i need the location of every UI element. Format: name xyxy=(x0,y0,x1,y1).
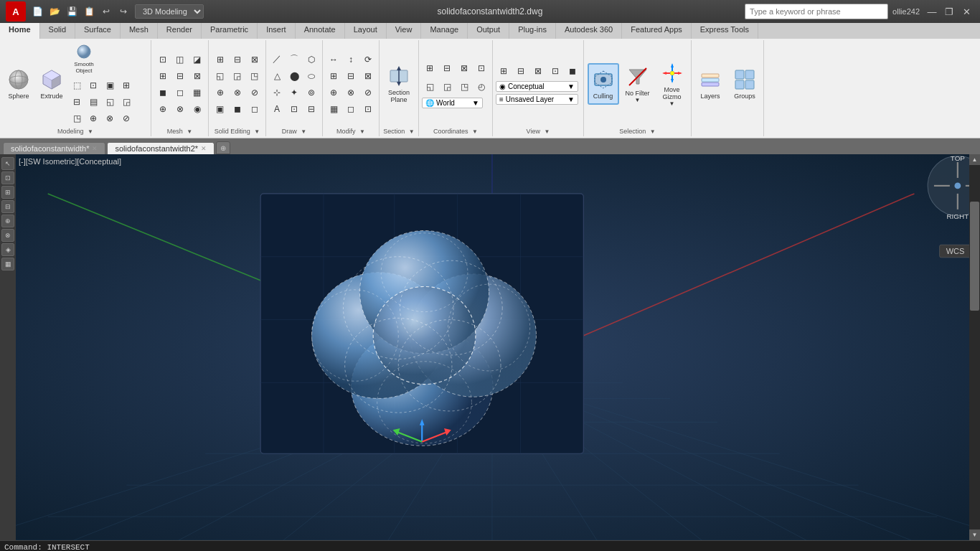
scroll-track[interactable] xyxy=(969,165,980,529)
lt-btn-4[interactable]: ⊟ xyxy=(1,200,14,213)
coord-btn-6[interactable]: ◲ xyxy=(439,79,455,95)
mesh-btn-5[interactable]: ⊟ xyxy=(172,68,188,84)
tab-autodesk360[interactable]: Autodesk 360 xyxy=(556,23,622,39)
lt-btn-7[interactable]: ◈ xyxy=(1,243,14,256)
draw-btn-1[interactable]: ／ xyxy=(269,52,285,67)
tab-mesh[interactable]: Mesh xyxy=(121,23,158,39)
coord-btn-4[interactable]: ⊡ xyxy=(473,60,489,76)
mesh-btn-12[interactable]: ◉ xyxy=(189,101,205,117)
small-btn-8[interactable]: ◲ xyxy=(118,94,134,110)
mesh-btn-7[interactable]: ◼ xyxy=(155,85,171,100)
qa-undo[interactable]: ↩ xyxy=(99,4,113,19)
smooth-object-button[interactable]: Smooth Object xyxy=(69,42,99,76)
draw-btn-9[interactable]: ⊚ xyxy=(303,85,319,100)
scroll-thumb[interactable] xyxy=(970,202,979,311)
qa-new[interactable]: 📄 xyxy=(30,4,44,19)
draw-btn-12[interactable]: ⊟ xyxy=(303,101,319,117)
section-plane-button[interactable]: SectionPlane xyxy=(383,62,415,105)
small-btn-6[interactable]: ▤ xyxy=(85,94,101,110)
view-btn-5[interactable]: ◼ xyxy=(565,63,580,79)
sphere-button[interactable]: Sphere xyxy=(3,63,34,105)
layers-button[interactable]: Layers xyxy=(694,63,726,105)
mesh-btn-9[interactable]: ▦ xyxy=(189,85,205,100)
coord-btn-5[interactable]: ◱ xyxy=(422,79,438,95)
mesh-btn-1[interactable]: ⊡ xyxy=(155,52,171,67)
draw-btn-3[interactable]: ⬡ xyxy=(303,52,319,67)
se-btn-11[interactable]: ◼ xyxy=(230,101,245,117)
mod-btn-7[interactable]: ⊕ xyxy=(326,85,341,100)
doc-tab-2-close[interactable]: ✕ xyxy=(201,145,207,152)
small-btn-4[interactable]: ⊞ xyxy=(118,77,134,93)
view-btn-4[interactable]: ⊡ xyxy=(547,63,563,79)
se-btn-12[interactable]: ◻ xyxy=(247,101,263,117)
tab-plugins[interactable]: Plug-ins xyxy=(509,23,556,39)
doc-tab-1-close[interactable]: ✕ xyxy=(92,145,98,152)
right-scrollbar[interactable]: ▲ ▼ xyxy=(969,154,980,540)
se-btn-10[interactable]: ▣ xyxy=(212,101,228,117)
se-btn-3[interactable]: ⊠ xyxy=(247,52,263,67)
small-btn-1[interactable]: ⬚ xyxy=(69,77,85,93)
mesh-btn-11[interactable]: ⊗ xyxy=(172,101,188,117)
world-dropdown[interactable]: 🌐 World ▼ xyxy=(422,98,483,108)
lt-btn-2[interactable]: ⊡ xyxy=(1,171,14,184)
se-btn-9[interactable]: ⊘ xyxy=(247,85,263,100)
mod-btn-4[interactable]: ⊞ xyxy=(326,68,341,84)
coord-btn-3[interactable]: ⊠ xyxy=(456,60,472,76)
extrude-button[interactable]: Extrude xyxy=(36,63,67,105)
tab-render[interactable]: Render xyxy=(158,23,202,39)
se-btn-2[interactable]: ⊟ xyxy=(230,52,245,67)
view-btn-1[interactable]: ⊞ xyxy=(496,63,512,79)
se-btn-8[interactable]: ⊗ xyxy=(230,85,245,100)
lt-btn-5[interactable]: ⊕ xyxy=(1,215,14,227)
small-btn-11[interactable]: ⊗ xyxy=(102,110,118,126)
tab-home[interactable]: Home xyxy=(0,23,40,39)
workspace-selector[interactable]: 3D Modeling xyxy=(135,4,204,19)
small-btn-5[interactable]: ⊟ xyxy=(69,94,85,110)
qa-save[interactable]: 💾 xyxy=(65,4,79,19)
tab-annotate[interactable]: Annotate xyxy=(296,23,345,39)
mod-btn-5[interactable]: ⊟ xyxy=(343,68,359,84)
search-input[interactable] xyxy=(745,4,888,19)
autocad-logo[interactable]: A xyxy=(6,1,26,22)
qa-redo[interactable]: ↪ xyxy=(116,4,131,19)
small-btn-10[interactable]: ⊕ xyxy=(85,110,101,126)
mesh-btn-10[interactable]: ⊕ xyxy=(155,101,171,117)
tab-insert[interactable]: Insert xyxy=(258,23,296,39)
lt-btn-6[interactable]: ⊗ xyxy=(1,229,14,242)
mod-btn-2[interactable]: ↕ xyxy=(343,52,359,67)
view-btn-3[interactable]: ⊠ xyxy=(530,63,546,79)
tab-featured[interactable]: Featured Apps xyxy=(622,23,692,39)
coord-btn-1[interactable]: ⊞ xyxy=(422,60,438,76)
move-gizmo-button[interactable]: Move Gizmo ▼ xyxy=(656,60,688,109)
doc-tab-search[interactable]: ⊕ xyxy=(216,141,230,154)
small-btn-12[interactable]: ⊘ xyxy=(118,110,134,126)
lt-btn-1[interactable]: ↖ xyxy=(1,157,14,170)
se-btn-7[interactable]: ⊕ xyxy=(212,85,228,100)
small-btn-7[interactable]: ◱ xyxy=(102,94,118,110)
view-btn-2[interactable]: ⊟ xyxy=(513,63,529,79)
tab-layout[interactable]: Layout xyxy=(345,23,387,39)
mesh-btn-2[interactable]: ◫ xyxy=(172,52,188,67)
doc-tab-1[interactable]: solidofaconstantwidth* ✕ xyxy=(3,142,105,154)
close-button[interactable]: ✕ xyxy=(958,4,974,19)
se-btn-1[interactable]: ⊞ xyxy=(212,52,228,67)
mesh-btn-6[interactable]: ⊠ xyxy=(189,68,205,84)
restore-button[interactable]: ❐ xyxy=(941,4,957,19)
mod-btn-12[interactable]: ⊡ xyxy=(360,101,376,117)
tab-manage[interactable]: Manage xyxy=(421,23,468,39)
mod-btn-8[interactable]: ⊗ xyxy=(343,85,359,100)
tab-view[interactable]: View xyxy=(387,23,422,39)
draw-btn-5[interactable]: ⬤ xyxy=(286,68,302,84)
minimize-button[interactable]: — xyxy=(924,4,940,19)
draw-btn-10[interactable]: A xyxy=(269,101,285,117)
mod-btn-6[interactable]: ⊠ xyxy=(360,68,376,84)
scroll-down-arrow[interactable]: ▼ xyxy=(969,529,980,540)
draw-btn-11[interactable]: ⊡ xyxy=(286,101,302,117)
tab-parametric[interactable]: Parametric xyxy=(202,23,258,39)
small-btn-3[interactable]: ▣ xyxy=(102,77,118,93)
scroll-up-arrow[interactable]: ▲ xyxy=(969,154,980,165)
draw-btn-4[interactable]: △ xyxy=(269,68,285,84)
small-btn-2[interactable]: ⊡ xyxy=(85,77,101,93)
tab-output[interactable]: Output xyxy=(468,23,509,39)
lt-btn-3[interactable]: ⊞ xyxy=(1,186,14,199)
